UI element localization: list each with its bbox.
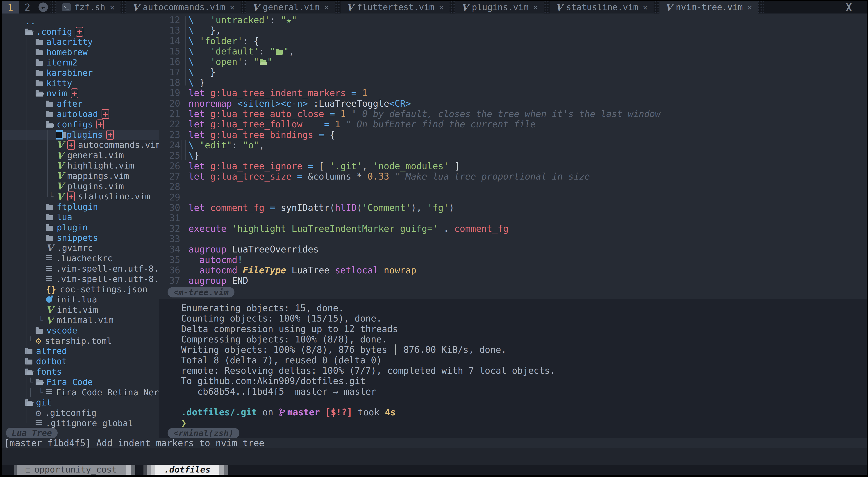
vim-file-icon: V: [46, 243, 53, 253]
tree-row-Fira-Code[interactable]: └Fira Code: [2, 377, 159, 387]
terminal-line: Enumerating objects: 15, done.: [181, 303, 867, 313]
line-number: 32: [159, 224, 180, 234]
vim-icon: V: [252, 2, 259, 12]
tab-close-icon[interactable]: ×: [533, 3, 538, 12]
terminal-line: Delta compression using up to 12 threads: [181, 324, 867, 334]
tree-item-label: fonts: [36, 367, 62, 377]
bottom-spacer: [2, 448, 867, 465]
tab-separator: [544, 1, 550, 13]
tree-row-mappings.vim[interactable]: Vmappings.vim: [2, 171, 159, 181]
line-number: 17: [159, 67, 180, 77]
buffer-tab-fluttertest.vim[interactable]: Vfluttertest.vim×: [341, 1, 450, 13]
tmux-window-dotfiles[interactable]: .dotfiles: [144, 465, 228, 475]
tree-row-coc-settings.json[interactable]: {}coc-settings.json: [2, 284, 159, 295]
tree-row-autoload[interactable]: autoload+: [2, 109, 159, 119]
file-tree-panel[interactable]: ...config+alacrittyhomebrewiterm2karabin…: [2, 13, 159, 438]
tree-row-karabiner[interactable]: karabiner: [2, 68, 159, 78]
tree-row-snippets[interactable]: snippets: [2, 233, 159, 243]
folder-open-icon: [25, 30, 32, 35]
tab-number-2[interactable]: 2: [19, 1, 36, 13]
tree-row-lua[interactable]: lua: [2, 212, 159, 222]
buffer-tab-general.vim[interactable]: Vgeneral.vim×: [246, 1, 335, 13]
tree-row-git[interactable]: git: [2, 397, 159, 408]
tree-item-label: snippets: [57, 233, 98, 243]
tree-row-configs[interactable]: configs+: [2, 119, 159, 130]
tree-row-kitty[interactable]: kitty: [2, 78, 159, 89]
tree-row-.gvimrc[interactable]: V.gvimrc: [2, 243, 159, 253]
tree-row-after[interactable]: after: [2, 99, 159, 109]
tree-row-alacritty[interactable]: alacritty: [2, 37, 159, 47]
tree-row-..[interactable]: ..: [2, 16, 159, 27]
tree-item-label: init.lua: [56, 295, 97, 304]
tree-item-label: autoload: [57, 109, 98, 119]
buffer-tab-nvim-tree.vim[interactable]: Vnvim-tree.vim×: [659, 1, 758, 13]
tree-row-general.vim[interactable]: Vgeneral.vim: [2, 150, 159, 161]
tree-row-statusline.vim[interactable]: └V+statusline.vim: [2, 192, 159, 202]
editor-window[interactable]: 12\ 'untracked': "★"13\ },14\ 'folder': …: [159, 13, 867, 286]
buffer-tab-statusline.vim[interactable]: Vstatusline.vim×: [550, 1, 653, 13]
folder-icon: [25, 349, 32, 354]
terminal-line: remote: Resolving deltas: 100% (7/7), co…: [181, 365, 867, 376]
tree-row-plugins[interactable]: plugins+: [2, 130, 159, 140]
tree-row-plugins.vim[interactable]: Vplugins.vim: [2, 181, 159, 192]
tab-close-icon[interactable]: ×: [439, 3, 444, 12]
tab-close-icon[interactable]: ×: [230, 3, 235, 12]
line-number: 19: [159, 88, 180, 98]
tree-item-label: plugin: [57, 223, 88, 232]
tmux-window-label: .dotfiles: [164, 465, 211, 475]
terminal-window[interactable]: Enumerating objects: 15, done.Counting o…: [159, 299, 867, 428]
tree-row-dotbot[interactable]: dotbot: [2, 356, 159, 367]
buffer-tab-autocommands.vim[interactable]: Vautocommands.vim×: [126, 1, 241, 13]
gear-icon: ⚙: [36, 407, 41, 418]
tree-row-autocommands.vim[interactable]: V+autocommands.vim: [2, 140, 159, 150]
back-button[interactable]: ←: [36, 1, 51, 13]
vim-file-icon: V: [56, 139, 64, 150]
buffer-tab-fzf.sh[interactable]: >_fzf.sh×: [56, 1, 121, 13]
tree-row-fonts[interactable]: fonts: [2, 367, 159, 377]
line-number: 21: [159, 109, 180, 119]
code-line: 33: [159, 234, 867, 244]
tree-row-nvim[interactable]: nvim+: [2, 89, 159, 99]
tree-row-highlight.vim[interactable]: Vhighlight.vim: [2, 161, 159, 171]
tree-row-minimal.vim[interactable]: └Vminimal.vim: [2, 315, 159, 326]
tree-row-.gitconfig[interactable]: ⚙.gitconfig: [2, 408, 159, 418]
tree-row-starship.toml[interactable]: └⚙starship.toml: [2, 336, 159, 346]
text-file-icon: [46, 389, 52, 395]
code-line: 31: [159, 213, 867, 223]
tree-row-Fira-Code-Retina-Ner[interactable]: │└Fira Code Retina Ner: [2, 387, 159, 398]
code-line: 19let g:lua_tree_indent_markers = 1: [159, 88, 867, 98]
tree-row-vscode[interactable]: vscode: [2, 326, 159, 336]
code-text: let g:lua_tree_ignore = [ '.git', 'node_…: [188, 161, 460, 171]
tree-row-homebrew[interactable]: homebrew: [2, 47, 159, 57]
terminal-line: Total 8 (delta 7), reused 0 (delta 0): [181, 355, 867, 365]
tree-row-.vim-spell-en.utf-8.[interactable]: .vim-spell-en.utf-8.: [2, 274, 159, 284]
tab-number-1[interactable]: 1: [2, 1, 19, 13]
tab-close-icon[interactable]: ×: [110, 3, 115, 12]
tree-row-alfred[interactable]: alfred: [2, 346, 159, 356]
tree-row-plugin[interactable]: plugin: [2, 222, 159, 233]
tmux-window-opportunity-cost[interactable]: □opportunity_cost: [14, 465, 135, 475]
code-text: \ }: [188, 67, 216, 77]
vim-file-icon: V: [56, 160, 64, 171]
buffer-tab-plugins.vim[interactable]: Vplugins.vim×: [455, 1, 544, 13]
buffer-tabs: >_fzf.sh×Vautocommands.vim×Vgeneral.vim×…: [51, 1, 764, 13]
tree-item-label: starship.toml: [45, 336, 112, 346]
tree-row-ftplugin[interactable]: ftplugin: [2, 202, 159, 212]
tree-row-.config[interactable]: .config+: [2, 27, 159, 37]
terminal-icon: >_: [62, 3, 71, 11]
tree-row-init.vim[interactable]: Vinit.vim: [2, 305, 159, 315]
folder-glyph-icon: [276, 50, 283, 55]
tree-row-.gitignore-global[interactable]: .gitignore_global: [2, 418, 159, 429]
tab-close-icon[interactable]: ×: [747, 3, 752, 12]
tree-row-.luacheckrc[interactable]: .luacheckrc: [2, 253, 159, 264]
tab-close-icon[interactable]: ×: [643, 3, 648, 12]
tab-close-icon[interactable]: ×: [324, 3, 329, 12]
tree-row-init.lua[interactable]: init.lua: [2, 295, 159, 305]
buffer-tab-label: nvim-tree.vim: [676, 2, 743, 12]
code-text: \ 'folder': {: [188, 36, 259, 46]
code-text: augroup LuaTreeOverrides: [188, 244, 319, 254]
code-line: 24\ "edit": "o",: [159, 140, 867, 150]
tree-row-iterm2[interactable]: iterm2: [2, 57, 159, 68]
close-all-icon[interactable]: X: [846, 1, 867, 13]
tree-row-.vim-spell-en.utf-8.[interactable]: .vim-spell-en.utf-8.: [2, 264, 159, 274]
